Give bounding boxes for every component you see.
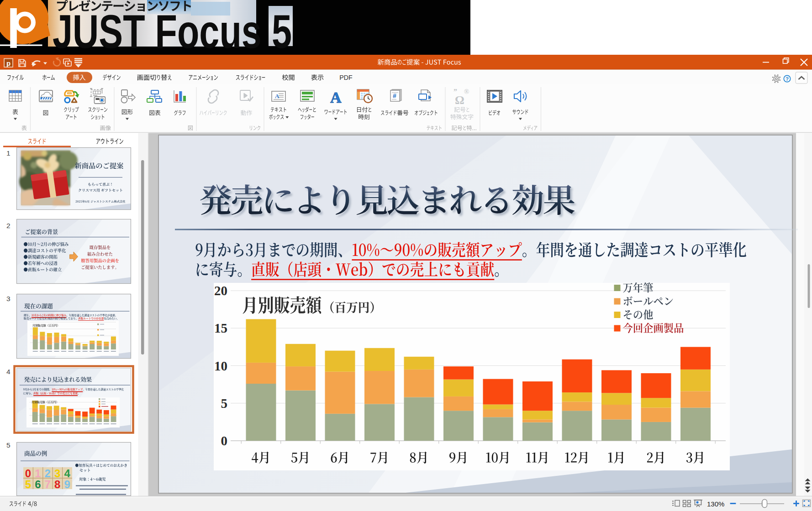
svg-text:4: 4 [64, 467, 70, 480]
svg-text:0: 0 [221, 433, 228, 448]
svg-text:5: 5 [25, 478, 31, 490]
svg-text:5: 5 [6, 441, 11, 449]
svg-text:A: A [330, 89, 342, 106]
svg-text:3: 3 [6, 295, 11, 302]
svg-text:p: p [6, 59, 11, 67]
svg-text:#: # [393, 92, 396, 99]
svg-text:15: 15 [214, 321, 227, 335]
svg-text:PDF: PDF [339, 74, 353, 81]
svg-text:”: ” [453, 88, 457, 95]
svg-text:3: 3 [54, 467, 60, 480]
svg-text:8: 8 [54, 478, 60, 490]
svg-text:®: ® [464, 88, 469, 95]
svg-text:20: 20 [214, 283, 227, 298]
svg-text:4: 4 [6, 368, 11, 375]
svg-text:0: 0 [25, 467, 31, 480]
svg-text:JUST Focus 5: JUST Focus 5 [53, 5, 292, 58]
svg-text:10: 10 [214, 359, 227, 373]
svg-text:2: 2 [6, 222, 11, 229]
svg-text:7: 7 [45, 478, 51, 490]
svg-text:6: 6 [35, 478, 41, 490]
svg-text:9: 9 [64, 478, 70, 490]
svg-text:Ω: Ω [455, 94, 464, 107]
svg-text:?: ? [786, 76, 789, 82]
svg-text:1: 1 [6, 149, 11, 157]
svg-text:1: 1 [35, 467, 41, 480]
svg-text:2: 2 [45, 467, 51, 480]
svg-text:130%: 130% [707, 500, 724, 508]
svg-text:5: 5 [221, 396, 228, 411]
